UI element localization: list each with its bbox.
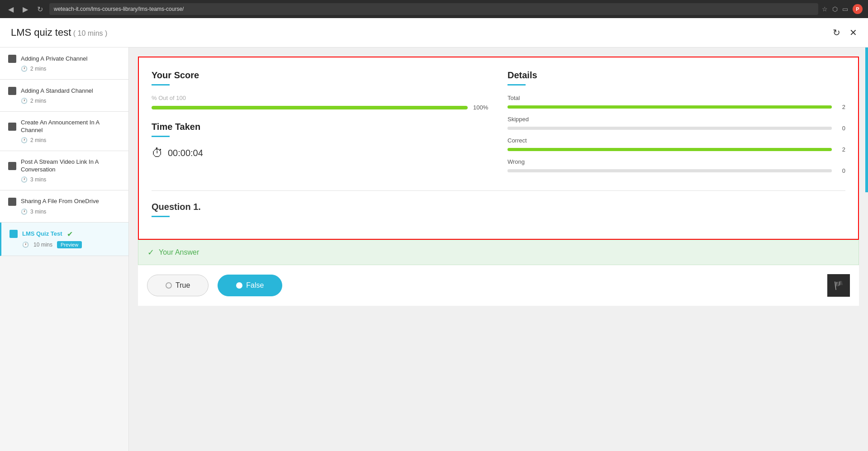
browser-actions: ☆ ⬡ ▭ P — [822, 4, 863, 14]
score-label: % Out of 100 — [152, 95, 489, 101]
sidebar-item-meta: 🕐 3 mins — [21, 209, 120, 215]
correct-bar-fill — [508, 148, 832, 151]
sidebar-item-adding-standard-channel[interactable]: Adding A Standard Channel 🕐 2 mins — [0, 80, 128, 112]
wrong-count: 0 — [836, 167, 845, 174]
detail-skipped: Skipped 0 — [508, 116, 845, 132]
preview-badge[interactable]: Preview — [57, 241, 82, 248]
question-underline — [152, 216, 170, 217]
your-answer-label: Your Answer — [159, 248, 199, 256]
time-taken-title: Time Taken — [152, 122, 489, 132]
wrong-bar-bg — [508, 169, 832, 172]
sidebar-item-create-announcement[interactable]: Create An Announcement In A Channel 🕐 2 … — [0, 112, 128, 151]
main-layout: Adding A Private Channel 🕐 2 mins Adding… — [0, 47, 868, 451]
clock-icon: 🕐 — [21, 137, 28, 143]
answer-options: True False 🏴 — [138, 265, 859, 306]
sidebar-item-meta: 🕐 3 mins — [21, 176, 120, 183]
your-answer-section: ✓ Your Answer — [138, 240, 859, 265]
clock-icon: 🕐 — [21, 98, 28, 104]
app-title-duration: ( 10 mins ) — [73, 29, 108, 37]
tabs-icon[interactable]: ▭ — [842, 5, 848, 13]
sidebar-item-adding-private-channel[interactable]: Adding A Private Channel 🕐 2 mins — [0, 47, 128, 80]
app-title-area: LMS quiz test ( 10 mins ) — [11, 27, 107, 38]
sidebar-item-title: LMS Quiz Test — [22, 230, 62, 238]
sidebar-item-meta: 🕐 2 mins — [21, 66, 120, 72]
sidebar-item-lms-quiz-test[interactable]: LMS Quiz Test ✔ 🕐 10 mins Preview — [0, 223, 128, 256]
score-section: Your Score % Out of 100 100% Time Taken … — [152, 70, 489, 180]
sidebar-icon-video — [8, 55, 16, 63]
clock-icon: 🕐 — [21, 66, 28, 72]
skipped-label: Skipped — [508, 116, 845, 123]
sidebar-item-title: Adding A Standard Channel — [21, 87, 93, 95]
sidebar-item-meta: 🕐 2 mins — [21, 98, 120, 104]
sidebar-item-meta: 🕐 10 mins Preview — [22, 241, 120, 248]
correct-label: Correct — [508, 137, 845, 144]
sidebar-item-title: Sharing A File From OneDrive — [21, 198, 99, 205]
right-blue-bar — [865, 47, 868, 192]
quiz-results-card: Your Score % Out of 100 100% Time Taken … — [138, 57, 859, 240]
score-progress-fill — [152, 106, 468, 109]
false-option-button[interactable]: False — [218, 275, 282, 296]
check-icon: ✔ — [67, 230, 73, 238]
time-value: 00:00:04 — [168, 148, 203, 158]
sidebar-item-title: Post A Stream Video Link In A Conversati… — [21, 158, 120, 174]
question-section: Question 1. — [152, 202, 845, 217]
score-details-row: Your Score % Out of 100 100% Time Taken … — [152, 70, 845, 180]
content-area: Your Score % Out of 100 100% Time Taken … — [129, 47, 868, 451]
total-label: Total — [508, 95, 845, 101]
question-title: Question 1. — [152, 202, 845, 212]
details-underline — [508, 84, 526, 85]
card-divider — [152, 190, 845, 191]
refresh-button[interactable]: ↻ — [34, 3, 46, 15]
clock-icon: 🕐 — [22, 242, 29, 248]
false-radio — [236, 282, 242, 289]
total-count: 2 — [836, 104, 845, 110]
clock-icon: 🕐 — [21, 176, 28, 183]
flag-icon: 🏴 — [834, 280, 844, 290]
star-icon[interactable]: ☆ — [822, 5, 828, 13]
app-title: LMS quiz test — [11, 27, 71, 38]
true-radio — [166, 282, 172, 289]
sidebar-item-title: Create An Announcement In A Channel — [21, 119, 120, 134]
detail-correct: Correct 2 — [508, 137, 845, 153]
app-header: LMS quiz test ( 10 mins ) ↻ ✕ — [0, 18, 868, 47]
detail-total: Total 2 — [508, 95, 845, 110]
score-title: Your Score — [152, 70, 489, 81]
sidebar-icon-video — [8, 87, 16, 95]
sidebar-item-title: Adding A Private Channel — [21, 55, 87, 63]
answer-check-icon: ✓ — [147, 247, 154, 257]
score-underline — [152, 84, 170, 85]
total-bar-fill — [508, 105, 832, 109]
sidebar-icon-video — [8, 123, 16, 131]
sidebar-icon-quiz — [9, 230, 18, 238]
time-row: ⏱ 00:00:04 — [152, 146, 489, 160]
clock-icon: ⏱ — [152, 146, 163, 160]
back-button[interactable]: ◀ — [5, 3, 16, 15]
true-label: True — [175, 281, 190, 290]
forward-button[interactable]: ▶ — [20, 3, 31, 15]
clock-icon: 🕐 — [21, 209, 28, 215]
wrong-label: Wrong — [508, 158, 845, 165]
sidebar-item-post-stream-video[interactable]: Post A Stream Video Link In A Conversati… — [0, 151, 128, 190]
header-close-button[interactable]: ✕ — [849, 27, 857, 38]
sidebar-icon-video — [8, 162, 16, 170]
false-label: False — [246, 281, 264, 290]
score-progress-row: 100% — [152, 104, 489, 111]
user-avatar[interactable]: P — [853, 4, 863, 14]
sidebar-icon-video — [8, 198, 16, 206]
details-section: Details Total 2 Skipp — [508, 70, 845, 180]
extension-icon[interactable]: ⬡ — [832, 5, 838, 13]
url-bar[interactable]: weteach-it.com/lms-courses-library/lms-t… — [49, 3, 818, 15]
detail-wrong: Wrong 0 — [508, 158, 845, 174]
total-bar-bg — [508, 105, 832, 109]
details-title: Details — [508, 70, 845, 81]
header-icons: ↻ ✕ — [833, 27, 857, 38]
browser-chrome: ◀ ▶ ↻ weteach-it.com/lms-courses-library… — [0, 0, 868, 18]
flag-box[interactable]: 🏴 — [827, 274, 850, 297]
time-underline — [152, 136, 170, 137]
correct-bar-bg — [508, 148, 832, 151]
sidebar-item-meta: 🕐 2 mins — [21, 137, 120, 143]
skipped-bar-bg — [508, 127, 832, 130]
header-refresh-button[interactable]: ↻ — [833, 27, 840, 38]
sidebar-item-sharing-file[interactable]: Sharing A File From OneDrive 🕐 3 mins — [0, 190, 128, 223]
true-option-button[interactable]: True — [147, 275, 209, 296]
